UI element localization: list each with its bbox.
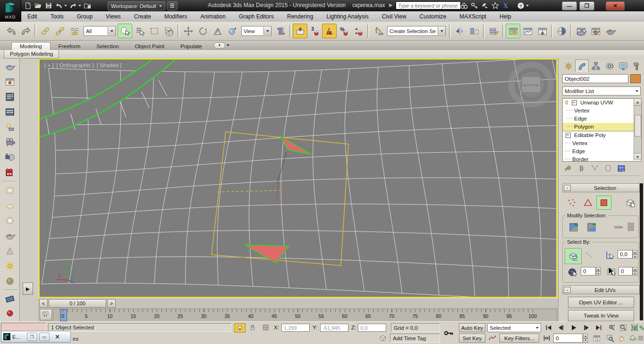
menu-item-views[interactable]: Views	[99, 11, 127, 22]
tab-utilities[interactable]	[630, 60, 644, 72]
command-panel-scrollbar[interactable]	[640, 183, 643, 320]
collapse-box[interactable]	[566, 133, 571, 138]
menu-item-customize[interactable]: Customize	[413, 11, 453, 22]
coordinate-system-dropdown[interactable]: View	[241, 26, 271, 36]
menu-item-help[interactable]: Help	[493, 11, 518, 22]
scroll-thumb[interactable]	[635, 115, 641, 137]
edit-uvs-rollout-header[interactable]: - Edit UVs	[562, 285, 640, 294]
workspace-dropdown[interactable]: Workspace: Default	[108, 1, 165, 10]
infocenter-arrow-icon[interactable]: ▶	[389, 2, 393, 8]
open-uv-editor-button[interactable]: Open UV Editor ...	[568, 297, 634, 308]
video-camera-button[interactable]	[2, 135, 18, 149]
area-light-button[interactable]	[2, 183, 18, 198]
light-keyboard-button[interactable]	[2, 120, 18, 134]
spinner-snap-button[interactable]	[351, 24, 366, 38]
tab-modify[interactable]	[575, 60, 589, 72]
object-name-field[interactable]: Object002	[562, 74, 628, 83]
key-mode-dropdown[interactable]: Selected	[487, 323, 541, 332]
show-end-result-button[interactable]	[576, 163, 588, 173]
render-dialog-button[interactable]	[2, 90, 18, 104]
restore-window-icon[interactable]: ▭	[39, 333, 50, 341]
orbit-icon[interactable]	[627, 334, 638, 343]
rotate-button[interactable]	[195, 24, 210, 38]
select-by-name-button[interactable]	[132, 24, 147, 38]
scale-button[interactable]	[210, 24, 225, 38]
link-button[interactable]	[38, 24, 52, 38]
select-polygon-button[interactable]	[596, 196, 611, 210]
selection-filter-dropdown[interactable]: All	[84, 26, 116, 36]
configure-modifier-sets-button[interactable]	[615, 163, 627, 173]
z-coordinate-field[interactable]: 0,0	[358, 324, 386, 332]
cascade-icon[interactable]: ❐	[27, 333, 37, 341]
material-editor-button[interactable]	[554, 24, 569, 38]
sphere-light-button[interactable]	[2, 274, 18, 288]
kbd-override-button[interactable]	[293, 24, 307, 38]
redo-button[interactable]	[18, 24, 33, 38]
open-file-icon[interactable]	[33, 1, 43, 10]
cone-light-button[interactable]	[2, 244, 18, 258]
minimize-button[interactable]: —	[562, 1, 577, 10]
rendered-frame-button[interactable]	[588, 24, 603, 38]
help-icon[interactable]: ?	[516, 1, 526, 10]
solar-panel-button[interactable]	[2, 292, 18, 306]
selection-lock-bulb-icon[interactable]	[234, 323, 246, 333]
select-element-toggle-button[interactable]	[565, 248, 582, 264]
unlink-button[interactable]	[52, 24, 67, 38]
material-id-spinner[interactable]: ▲▼	[596, 267, 601, 275]
select-by-angle-button[interactable]	[602, 248, 618, 262]
time-slider[interactable]: 0 / 100	[49, 299, 106, 308]
select-by-material-id-button[interactable]	[565, 265, 581, 280]
zoom-all-icon[interactable]	[618, 323, 629, 332]
smoothing-group-field[interactable]: 0	[619, 267, 633, 275]
shrink-selection-button[interactable]	[584, 220, 600, 235]
sun-light-button[interactable]	[2, 259, 18, 273]
camera-sphere-button[interactable]	[2, 150, 18, 164]
restore-button[interactable]: ❐	[579, 1, 594, 10]
pivot-button[interactable]	[225, 24, 239, 38]
manipulate-button[interactable]	[273, 24, 288, 38]
menu-item-group[interactable]: Group	[70, 11, 99, 22]
tab-create[interactable]	[561, 60, 575, 72]
ribbon-tab-populate[interactable]: Populate	[172, 43, 210, 50]
play-animation-icon[interactable]	[568, 323, 580, 332]
frame-spinner[interactable]: ▲▼	[583, 334, 588, 343]
tweak-in-view-button[interactable]: Tweak In View	[568, 310, 634, 321]
next-frame-button[interactable]: >	[107, 299, 116, 308]
menu-item-civil-view[interactable]: Civil View	[375, 11, 413, 22]
menu-item-animation[interactable]: Animation	[194, 11, 232, 22]
tab-hierarchy[interactable]	[589, 60, 602, 72]
y-coordinate-field[interactable]: -51,945	[320, 324, 348, 332]
move-button[interactable]	[181, 24, 195, 38]
ribbon-tab-object-paint[interactable]: Object Paint	[127, 43, 173, 50]
render-setup-button[interactable]	[574, 24, 588, 38]
mirror-button[interactable]	[452, 24, 467, 38]
key-mode-toggle-icon[interactable]	[541, 334, 552, 343]
viewport-canvas[interactable]: BOTTOM N E S W x y z	[40, 60, 556, 297]
stack-item-editable-poly[interactable]: Editable Poly	[563, 131, 641, 139]
ribbon-tab-freeform[interactable]: Freeform	[51, 43, 89, 50]
default-in-out-tangents-icon[interactable]	[487, 334, 498, 343]
select-object-button[interactable]	[118, 24, 132, 38]
sign-in-key-icon[interactable]	[469, 1, 480, 10]
viewport-general-menu[interactable]: [ + ]	[44, 62, 54, 68]
environment-dialog-button[interactable]	[2, 105, 18, 119]
viewport[interactable]: BOTTOM N E S W x y z [ + ] [ Orthographi…	[39, 59, 557, 298]
undo-icon[interactable]	[54, 1, 64, 10]
undo-button[interactable]	[4, 24, 18, 38]
viewport-shading-menu[interactable]: [ Shaded ]	[97, 62, 121, 68]
menu-item-maxscript[interactable]: MAXScript	[453, 11, 493, 22]
pin-stack-button[interactable]	[562, 163, 575, 173]
menu-item-modifiers[interactable]: Modifiers	[158, 11, 194, 22]
stack-item-polygon-selected[interactable]: Polygon	[563, 123, 634, 131]
modifier-list-dropdown[interactable]: Modifier List	[562, 86, 641, 95]
time-configuration-icon[interactable]	[591, 334, 602, 343]
red-sphere-button[interactable]	[2, 307, 18, 321]
stack-item-border[interactable]: Border	[563, 155, 641, 162]
object-color-swatch[interactable]	[630, 74, 641, 83]
select-edge-ring-button[interactable]	[624, 219, 637, 235]
percent-snap-button[interactable]: %	[337, 24, 351, 38]
window-crossing-button[interactable]	[161, 24, 176, 38]
pan-view-icon[interactable]	[616, 334, 627, 343]
search-icon[interactable]	[459, 1, 469, 10]
modifier-enable-bulb-icon[interactable]	[564, 100, 570, 106]
